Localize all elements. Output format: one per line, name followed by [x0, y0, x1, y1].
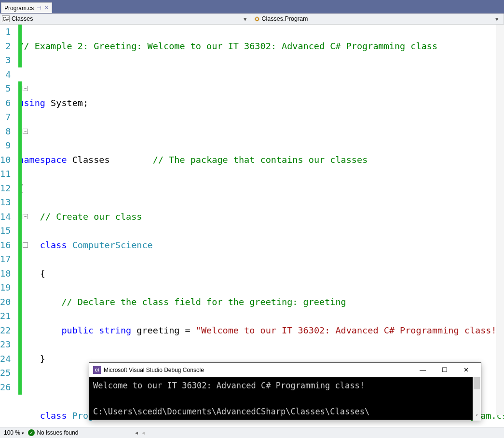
console-line: Welcome to our IT 36302: Advanced C# Pro…: [93, 379, 477, 392]
file-tab[interactable]: Program.cs ⊣ ✕: [1, 2, 52, 13]
fold-icon[interactable]: −: [23, 214, 28, 219]
console-titlebar[interactable]: C\ Microsoft Visual Studio Debug Console…: [89, 363, 481, 377]
csharp-icon: C#: [2, 15, 10, 22]
scrollbar-rail[interactable]: [496, 25, 504, 415]
member-selector-label: Classes.Program: [262, 15, 308, 22]
class-selector-label: Classes: [12, 15, 33, 22]
console-app-icon: C\: [93, 366, 101, 374]
status-bar: 100 % ▾ ✓No issues found ◂ ◂: [0, 427, 504, 438]
member-icon: ⚙: [254, 15, 260, 23]
navigation-bar: C# Classes ▾ ⚙ Classes.Program ▾: [0, 13, 504, 25]
code-editor[interactable]: 1234567891011121314151617181920212223242…: [0, 25, 504, 415]
line-number-gutter: 1234567891011121314151617181920212223242…: [0, 25, 18, 415]
close-icon[interactable]: ✕: [44, 5, 49, 11]
debug-console-window: C\ Microsoft Visual Studio Debug Console…: [89, 362, 481, 420]
title-bar: Program.cs ⊣ ✕: [0, 0, 504, 13]
maximize-button[interactable]: ☐: [434, 363, 455, 377]
ok-icon: ✓: [28, 429, 35, 436]
nav-back-icon[interactable]: ◂: [135, 429, 138, 436]
console-output[interactable]: Welcome to our IT 36302: Advanced C# Pro…: [89, 377, 481, 421]
class-selector[interactable]: C# Classes ▾: [0, 13, 252, 24]
console-scrollbar[interactable]: ˄ ˅: [473, 377, 481, 421]
issues-indicator[interactable]: ✓No issues found: [28, 429, 78, 437]
close-button[interactable]: ✕: [455, 363, 477, 377]
fold-icon[interactable]: −: [23, 86, 28, 91]
scroll-down-icon[interactable]: ˅: [473, 412, 481, 421]
chevron-down-icon: ▾: [22, 431, 24, 436]
zoom-level[interactable]: 100 % ▾: [4, 429, 24, 436]
fold-icon[interactable]: −: [23, 129, 28, 134]
chevron-down-icon: ▾: [492, 15, 502, 23]
code-content[interactable]: // Example 2: Greeting: Welcome to our I…: [18, 25, 504, 415]
fold-icon[interactable]: −: [23, 242, 28, 248]
nav-fwd-icon[interactable]: ◂: [142, 429, 145, 436]
chevron-down-icon: ▾: [241, 15, 250, 23]
pin-icon[interactable]: ⊣: [37, 5, 41, 11]
console-title: Microsoft Visual Studio Debug Console: [104, 367, 412, 373]
member-selector[interactable]: ⚙ Classes.Program ▾: [252, 13, 504, 24]
tab-label: Program.cs: [4, 5, 34, 12]
console-line: C:\Users\scedd\Documents\AdvancedCSharp\…: [93, 405, 477, 418]
minimize-button[interactable]: —: [412, 363, 434, 377]
